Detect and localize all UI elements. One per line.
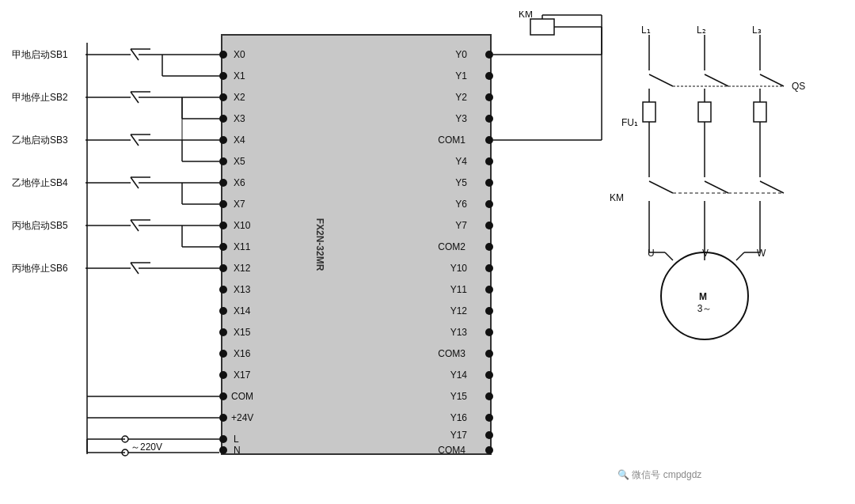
svg-text:COM: COM [231,391,253,402]
svg-text:Y7: Y7 [455,220,467,231]
svg-point-28 [219,328,227,336]
svg-point-54 [485,179,493,187]
svg-line-163 [649,74,673,86]
svg-line-210 [665,252,673,260]
svg-text:～220V: ～220V [131,441,162,453]
svg-text:X13: X13 [234,284,251,295]
svg-text:Y17: Y17 [450,430,468,441]
svg-text:Y15: Y15 [450,391,468,402]
svg-point-68 [485,328,493,336]
svg-text:X0: X0 [234,49,245,60]
svg-point-48 [485,115,493,123]
svg-text:X7: X7 [234,199,245,210]
svg-point-78 [485,431,493,439]
svg-point-36 [219,414,227,422]
svg-text:L₂: L₂ [697,25,706,36]
svg-text:L: L [234,434,239,445]
svg-rect-175 [643,102,656,122]
svg-point-26 [219,307,227,315]
svg-text:Y11: Y11 [450,284,468,295]
svg-point-72 [485,371,493,379]
svg-text:X11: X11 [234,241,251,252]
svg-point-20 [219,243,227,251]
svg-text:Y1: Y1 [455,70,467,81]
svg-text:COM4: COM4 [438,445,466,456]
svg-point-18 [219,222,227,229]
svg-text:丙地停止SB6: 丙地停止SB6 [12,263,68,274]
svg-point-80 [485,446,493,454]
svg-point-16 [219,200,227,208]
svg-line-121 [131,220,139,231]
svg-text:QS: QS [792,81,805,92]
svg-line-195 [760,181,784,193]
svg-text:X5: X5 [234,156,245,167]
svg-text:FX2N-32MR: FX2N-32MR [314,218,325,271]
svg-text:X17: X17 [234,369,251,381]
svg-point-44 [485,72,493,80]
svg-text:乙地停止SB4: 乙地停止SB4 [12,177,68,188]
svg-text:Y0: Y0 [455,49,467,60]
svg-point-62 [485,264,493,272]
svg-text:X4: X4 [234,135,245,146]
svg-text:3～: 3～ [697,303,712,314]
svg-text:Y10: Y10 [450,263,468,274]
svg-point-40 [219,446,227,454]
svg-text:X6: X6 [234,177,245,188]
diagram-container: FX2N-32MR X0 X1 X2 X3 X4 X5 X6 X7 X10 X1… [8,11,847,494]
svg-text:X10: X10 [234,220,251,231]
svg-rect-181 [754,102,766,122]
svg-text:丙地启动SB5: 丙地启动SB5 [12,220,68,231]
svg-point-38 [219,435,227,443]
svg-line-112 [131,177,139,188]
svg-point-2 [219,51,227,59]
svg-point-8 [219,115,227,123]
svg-text:V: V [702,248,709,259]
svg-text:Y2: Y2 [455,92,467,103]
svg-point-46 [485,93,493,101]
svg-line-169 [760,74,784,86]
svg-text:🔍 微信号 cmpdgdz: 🔍 微信号 cmpdgdz [618,468,701,480]
svg-text:乙地启动SB3: 乙地启动SB3 [12,135,68,146]
svg-point-12 [219,157,227,165]
svg-text:+24V: +24V [231,412,253,423]
svg-text:X2: X2 [234,92,245,103]
svg-text:甲地停止SB2: 甲地停止SB2 [12,92,68,103]
svg-line-166 [705,74,728,86]
svg-line-102 [131,135,139,146]
svg-line-191 [705,181,728,193]
svg-point-6 [219,93,227,101]
svg-text:X16: X16 [234,348,251,359]
svg-text:W: W [757,248,766,259]
svg-point-58 [485,222,493,229]
svg-point-70 [485,350,493,358]
svg-text:L₁: L₁ [641,25,651,36]
svg-text:X12: X12 [234,263,251,274]
svg-point-34 [219,392,227,400]
svg-text:甲地启动SB1: 甲地启动SB1 [12,49,68,60]
svg-point-64 [485,286,493,294]
svg-line-93 [131,92,139,103]
svg-text:X1: X1 [234,70,245,81]
svg-point-74 [485,392,493,400]
svg-text:X14: X14 [234,305,251,316]
svg-point-32 [219,371,227,379]
svg-text:Y4: Y4 [455,156,467,167]
svg-line-130 [131,263,139,274]
svg-point-10 [219,136,227,144]
svg-point-52 [485,157,493,165]
svg-point-50 [485,136,493,144]
svg-text:M: M [699,291,707,302]
svg-text:Y3: Y3 [455,113,467,124]
svg-text:X15: X15 [234,327,251,338]
svg-line-212 [736,252,744,260]
svg-text:Y6: Y6 [455,199,467,210]
svg-point-22 [219,264,227,272]
svg-point-30 [219,350,227,358]
svg-text:COM2: COM2 [438,241,466,252]
svg-line-86 [131,49,139,60]
svg-point-24 [219,286,227,294]
svg-rect-178 [698,102,711,122]
svg-text:Y5: Y5 [455,177,467,188]
svg-line-187 [649,181,673,193]
svg-text:Y16: Y16 [450,412,468,423]
